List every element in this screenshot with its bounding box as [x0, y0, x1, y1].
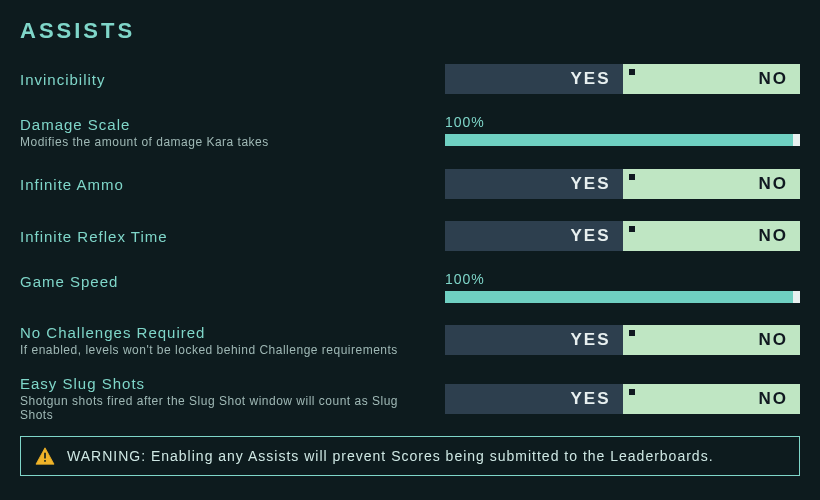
section-title: ASSISTS: [20, 18, 800, 44]
toggle-easy-slug[interactable]: YES NO: [445, 384, 800, 414]
toggle-no[interactable]: NO: [623, 64, 801, 94]
option-label: Invincibility: [20, 71, 433, 88]
option-label: Easy Slug Shots: [20, 375, 433, 392]
option-left: No Challenges Required If enabled, level…: [20, 324, 445, 357]
slider-game-speed[interactable]: [445, 291, 800, 303]
svg-rect-1: [44, 460, 46, 462]
option-left: Invincibility: [20, 71, 445, 88]
slider-damage-scale[interactable]: [445, 134, 800, 146]
option-row-game-speed: Game Speed 100%: [20, 271, 800, 305]
option-row-no-challenges: No Challenges Required If enabled, level…: [20, 323, 800, 357]
toggle-infinite-reflex[interactable]: YES NO: [445, 221, 800, 251]
option-label: No Challenges Required: [20, 324, 433, 341]
option-description: If enabled, levels won't be locked behin…: [20, 343, 433, 357]
option-row-invincibility: Invincibility YES NO: [20, 62, 800, 96]
option-right: YES NO: [445, 221, 800, 251]
option-right: YES NO: [445, 64, 800, 94]
option-row-damage-scale: Damage Scale Modifies the amount of dama…: [20, 114, 800, 149]
option-left: Easy Slug Shots Shotgun shots fired afte…: [20, 375, 445, 422]
slider-fill: [445, 291, 800, 303]
toggle-yes[interactable]: YES: [445, 384, 623, 414]
option-right: YES NO: [445, 384, 800, 414]
toggle-no[interactable]: NO: [623, 221, 801, 251]
toggle-no-challenges[interactable]: YES NO: [445, 325, 800, 355]
option-row-easy-slug: Easy Slug Shots Shotgun shots fired afte…: [20, 375, 800, 422]
toggle-no[interactable]: NO: [623, 325, 801, 355]
toggle-yes[interactable]: YES: [445, 169, 623, 199]
assists-panel: ASSISTS Invincibility YES NO Damage Scal…: [0, 0, 820, 500]
option-description: Modifies the amount of damage Kara takes: [20, 135, 433, 149]
option-description: Shotgun shots fired after the Slug Shot …: [20, 394, 433, 422]
toggle-yes[interactable]: YES: [445, 325, 623, 355]
svg-rect-0: [44, 453, 46, 459]
toggle-yes[interactable]: YES: [445, 221, 623, 251]
slider-fill: [445, 134, 800, 146]
option-label: Infinite Ammo: [20, 176, 433, 193]
option-label: Game Speed: [20, 273, 433, 290]
option-left: Infinite Ammo: [20, 176, 445, 193]
toggle-yes[interactable]: YES: [445, 64, 623, 94]
option-label: Damage Scale: [20, 116, 433, 133]
toggle-invincibility[interactable]: YES NO: [445, 64, 800, 94]
option-left: Damage Scale Modifies the amount of dama…: [20, 114, 445, 149]
slider-value-text: 100%: [445, 114, 800, 130]
option-left: Game Speed: [20, 271, 445, 290]
slider-handle[interactable]: [793, 134, 800, 146]
warning-text: WARNING: Enabling any Assists will preve…: [67, 448, 714, 464]
warning-banner: WARNING: Enabling any Assists will preve…: [20, 436, 800, 476]
slider-value-text: 100%: [445, 271, 800, 287]
slider-handle[interactable]: [793, 291, 800, 303]
option-row-infinite-reflex: Infinite Reflex Time YES NO: [20, 219, 800, 253]
option-right: 100%: [445, 114, 800, 146]
toggle-infinite-ammo[interactable]: YES NO: [445, 169, 800, 199]
option-right: 100%: [445, 271, 800, 303]
option-label: Infinite Reflex Time: [20, 228, 433, 245]
option-row-infinite-ammo: Infinite Ammo YES NO: [20, 167, 800, 201]
warning-icon: [35, 447, 55, 465]
toggle-no[interactable]: NO: [623, 384, 801, 414]
option-right: YES NO: [445, 169, 800, 199]
option-right: YES NO: [445, 325, 800, 355]
option-left: Infinite Reflex Time: [20, 228, 445, 245]
toggle-no[interactable]: NO: [623, 169, 801, 199]
